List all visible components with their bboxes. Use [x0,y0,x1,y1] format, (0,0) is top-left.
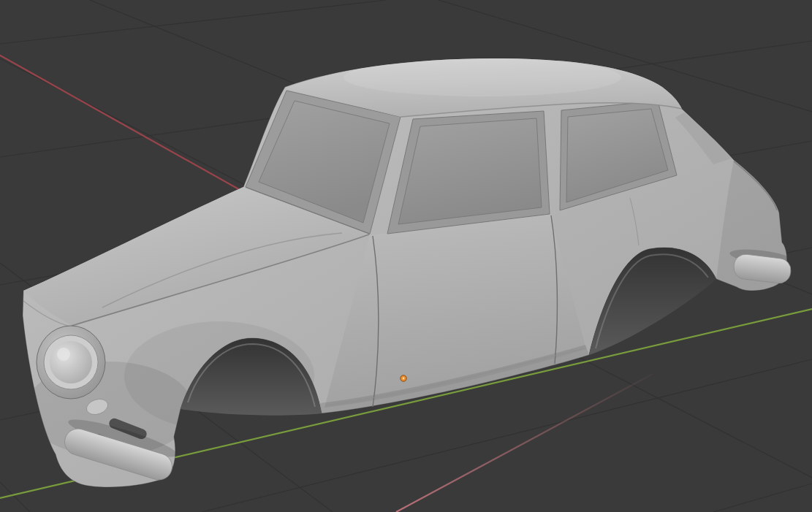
headlight-lens [50,341,92,383]
headlight-highlight [57,348,70,361]
viewport-canvas[interactable] [0,0,812,512]
headlight [37,326,105,399]
door-window-glass [398,118,542,224]
3d-viewport[interactable] [0,0,812,512]
origin-dot-center [403,378,405,380]
origin-dot[interactable] [401,375,406,381]
